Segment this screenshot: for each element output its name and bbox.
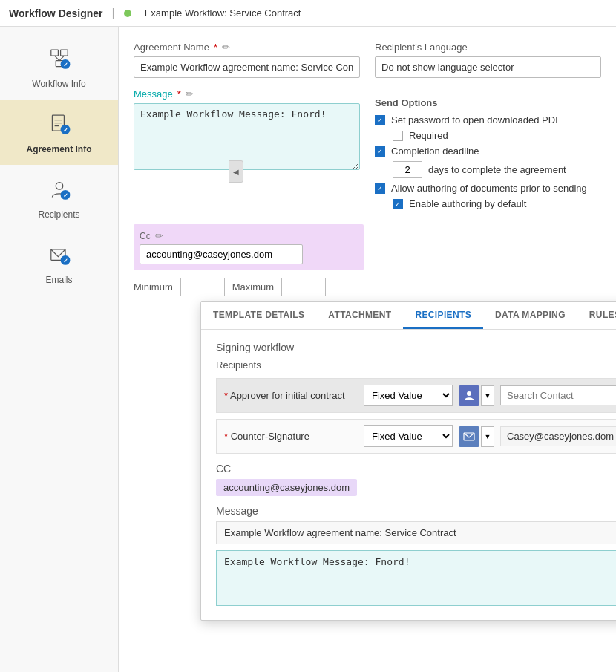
option-row-deadline: ✓ Completion deadline — [375, 146, 601, 157]
email-icon-btn-counter-sig[interactable] — [459, 426, 479, 447]
cc-label: Cc ✏ — [140, 230, 358, 241]
option-row-enable-authoring: ✓ Enable authoring by default — [375, 198, 601, 209]
recipient-type-btn-approver[interactable] — [459, 385, 479, 406]
agreement-name-col: Agreement Name * ✏ — [134, 42, 360, 78]
required-star: * — [214, 42, 217, 53]
sidebar-item-workflow-info[interactable]: ✓ Workflow Info — [0, 34, 118, 100]
option-label-required: Required — [409, 130, 448, 141]
sidebar-item-agreement-info[interactable]: ✓ Agreement Info — [0, 100, 118, 165]
main-layout: ✓ Workflow Info ✓ Agreement Info — [0, 27, 616, 672]
cc-edit-icon[interactable]: ✏ — [155, 230, 163, 241]
tab-recipients[interactable]: RECIPIENTS — [403, 302, 483, 329]
search-contact-input-approver[interactable] — [501, 386, 616, 405]
panel-message-body-field[interactable]: Example Workflow Message: Fnord! — [216, 550, 616, 606]
sidebar-item-emails[interactable]: ✓ Emails — [0, 230, 118, 296]
collapse-sidebar-button[interactable]: ◀ — [229, 160, 243, 183]
panel-message-section: Message Example Workflow Message: Fnord! — [216, 505, 616, 608]
sidebar-label-recipients: Recipients — [38, 209, 79, 220]
svg-text:✓: ✓ — [62, 258, 68, 264]
max-label: Maximum — [232, 281, 274, 293]
message-col: Message * ✏ Example Workflow Message: Fn… — [134, 88, 360, 214]
cc-input[interactable] — [140, 244, 303, 264]
panel-content: Signing workflow Recipients * Approver f… — [201, 330, 616, 620]
checkbox-authoring[interactable]: ✓ — [375, 183, 385, 194]
workflow-info-icon: ✓ — [47, 48, 71, 71]
message-edit-icon[interactable]: ✏ — [186, 88, 194, 100]
sidebar-item-recipients[interactable]: ✓ Recipients — [0, 165, 118, 230]
email-icon — [463, 432, 475, 441]
language-selector-input[interactable] — [375, 56, 601, 78]
option-label-deadline: Completion deadline — [391, 146, 479, 157]
content-area: ◀ Agreement Name * ✏ Recipient's Languag… — [119, 27, 616, 672]
days-input[interactable] — [393, 161, 422, 178]
recipient-row-approver: * Approver for initial contract Fixed Va… — [216, 378, 616, 413]
svg-line-3 — [54, 56, 59, 60]
message-required-star: * — [177, 88, 181, 100]
checkbox-required[interactable] — [393, 131, 403, 141]
option-row-authoring: ✓ Allow authoring of documents prior to … — [375, 183, 601, 194]
panel-cc-label: CC — [216, 463, 616, 474]
agreement-name-edit-icon[interactable]: ✏ — [222, 42, 230, 53]
min-label: Minimum — [134, 281, 173, 293]
person-icon — [463, 391, 475, 401]
svg-rect-1 — [60, 50, 68, 56]
tab-rules[interactable]: RULES — [577, 302, 616, 329]
emails-icon-wrapper: ✓ — [45, 241, 74, 270]
option-label-enable-authoring: Enable authoring by default — [409, 198, 526, 209]
workflow-info-icon-wrapper: ✓ — [45, 45, 74, 74]
form-row-name-language: Agreement Name * ✏ Recipient's Language — [134, 42, 601, 78]
contact-value-counter-sig: Casey@caseyjones.dom — [500, 426, 616, 446]
form-row-message-options: Message * ✏ Example Workflow Message: Fn… — [134, 88, 601, 214]
recipient-row-counter-sig: * Counter-Signature Fixed Value ▼ — [216, 419, 616, 454]
tab-attachment[interactable]: ATTACHMENT — [316, 302, 403, 329]
checkbox-deadline[interactable]: ✓ — [375, 146, 385, 157]
tab-template-details[interactable]: TEMPLATE DETAILS — [201, 302, 316, 329]
panel-message-label: Message — [216, 505, 616, 517]
sidebar-label-workflow-info: Workflow Info — [32, 79, 85, 89]
recipient-type-select-approver[interactable]: Fixed Value — [364, 385, 453, 406]
recipient-type-dropdown-counter-sig[interactable]: ▼ — [481, 426, 494, 447]
days-label: days to complete the agreement — [428, 164, 566, 175]
tab-data-mapping[interactable]: DATA MAPPING — [483, 302, 577, 329]
recipient-type-select-counter-sig[interactable]: Fixed Value — [364, 425, 453, 447]
search-contact-wrapper-approver: 🔍 — [500, 385, 616, 405]
header-separator: | — [112, 7, 115, 20]
svg-text:✓: ✓ — [62, 192, 68, 199]
emails-icon: ✓ — [47, 244, 71, 267]
message-label: Message * ✏ — [134, 88, 360, 100]
checkbox-password[interactable]: ✓ — [375, 115, 385, 125]
panel-message-name-field[interactable] — [216, 521, 616, 544]
option-row-password: ✓ Set password to open downloaded PDF — [375, 114, 601, 125]
recipients-section-label: Recipients — [216, 359, 616, 371]
recipient-label-counter-sig: * Counter-Signature — [224, 431, 358, 442]
svg-rect-0 — [50, 50, 58, 56]
min-input[interactable] — [180, 278, 225, 296]
cc-field-wrapper: Cc ✏ — [134, 224, 364, 270]
svg-point-13 — [56, 183, 63, 190]
agreement-info-icon: ✓ — [47, 113, 71, 137]
recipients-icon-wrapper: ✓ — [45, 175, 74, 205]
sidebar-label-emails: Emails — [45, 275, 72, 285]
checkbox-enable-authoring[interactable]: ✓ — [393, 199, 403, 209]
workflow-name: Example Workflow: Service Contract — [145, 7, 301, 19]
min-max-row: Minimum Maximum — [134, 278, 601, 296]
send-options-col: Send Options ✓ Set password to open down… — [375, 88, 601, 214]
sidebar-label-agreement-info: Agreement Info — [26, 144, 91, 154]
option-label-authoring: Allow authoring of documents prior to se… — [391, 183, 587, 194]
max-input[interactable] — [281, 278, 326, 296]
status-dot — [124, 10, 131, 17]
recipient-type-dropdown-approver[interactable]: ▼ — [481, 385, 494, 406]
svg-text:✓: ✓ — [62, 127, 68, 134]
sidebar: ✓ Workflow Info ✓ Agreement Info — [0, 27, 119, 672]
option-row-days: days to complete the agreement — [375, 161, 601, 178]
agreement-name-input[interactable] — [134, 56, 360, 78]
recipient-label-approver: * Approver for initial contract — [224, 390, 358, 401]
svg-text:✓: ✓ — [62, 62, 68, 68]
agreement-name-label: Agreement Name * ✏ — [134, 42, 360, 53]
app-header: Workflow Designer | Example Workflow: Se… — [0, 0, 616, 27]
message-textarea[interactable]: Example Workflow Message: Fnord! — [134, 103, 360, 170]
panel-cc-email: accounting@caseyjones.dom — [216, 479, 357, 496]
svg-point-19 — [467, 391, 471, 396]
panel-cc-section: CC accounting@caseyjones.dom — [216, 463, 616, 496]
floating-panel: TEMPLATE DETAILS ATTACHMENT RECIPIENTS D… — [200, 301, 616, 621]
